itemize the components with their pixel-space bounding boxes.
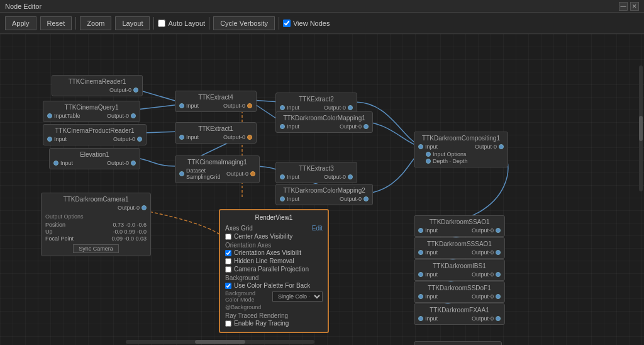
node-darkroom-ssao[interactable]: TTKDarkroomSSAO1 Input Output-0 (414, 215, 505, 237)
input-port[interactable]: Input (280, 105, 299, 111)
port-dot (426, 152, 431, 157)
input-port[interactable]: InputTable (47, 113, 80, 119)
enable-ray-tracing-checkbox[interactable] (225, 320, 231, 327)
node-ttkcinema-reader[interactable]: TTKCinemaReader1 Output-0 (52, 75, 143, 96)
output-port[interactable]: Output-0 (109, 87, 138, 93)
output-port[interactable]: Output-0 (107, 113, 136, 119)
node-elevation[interactable]: Elevation1 Input Output-0 (49, 148, 140, 169)
center-axes-label: Center Axes Visibility (234, 233, 292, 240)
minimize-button[interactable]: — (619, 2, 628, 11)
port-dot (247, 103, 252, 108)
auto-layout-check[interactable]: Auto Layout (158, 20, 205, 27)
hidden-line-checkbox[interactable] (225, 258, 231, 264)
node-darkroom-compositing[interactable]: TTKDarkroomCompositing1 Input Output-0 I… (414, 132, 508, 167)
node-ports: Output-0 (56, 87, 138, 93)
output-port[interactable]: Output-0 (324, 105, 353, 111)
hidden-line-label: Hidden Line Removal (234, 257, 294, 264)
node-canvas[interactable]: TTKCinemaReader1 Output-0 TTKCinemaQuery… (0, 34, 644, 345)
close-button[interactable]: ✕ (630, 2, 639, 11)
node-darkroom-camera[interactable]: TTKDarkroomCamera1 Output-0 Output Optio… (41, 193, 151, 256)
vertical-scrollbar-thumb[interactable] (639, 116, 643, 141)
node-title: TTKDarkroomSSDoF1 (418, 285, 501, 291)
node-ttkcinema-imaging[interactable]: TTKCinemaImaging1 Dataset SamplingGrid O… (175, 156, 260, 183)
apply-button[interactable]: Apply (5, 16, 36, 30)
port-dot (131, 161, 136, 166)
node-ttkextract3[interactable]: TTKExtract3 Input Output-0 (275, 162, 357, 183)
window-title: Node Editor (5, 3, 42, 10)
hidden-line-row: Hidden Line Removal (225, 257, 323, 264)
orientation-axes-vis-checkbox[interactable] (225, 250, 231, 256)
horizontal-scrollbar-thumb[interactable] (195, 340, 245, 344)
output-port[interactable]: Output-0 (475, 144, 504, 150)
input-port[interactable]: Input (418, 144, 438, 150)
auto-layout-checkbox[interactable] (158, 20, 165, 27)
node-darkroom-ibs[interactable]: TTKDarkroomIBS1 Input Output-0 (414, 259, 505, 281)
vertical-scrollbar[interactable] (639, 65, 643, 191)
output-port[interactable]: Output-0 (324, 174, 353, 180)
node-ttkextract4[interactable]: TTKExtract4 Input Output-0 (175, 91, 257, 112)
node-ttkcinema-query[interactable]: TTKCinemaQuery1 InputTable Output-0 (43, 101, 140, 122)
output-port[interactable]: Output-0 (223, 134, 252, 140)
reset-button[interactable]: Reset (40, 16, 72, 30)
input-port[interactable]: Input (280, 196, 299, 202)
node-ttkproduct-reader[interactable]: TTKCinemaProductReader1 Input Output-0 (43, 124, 147, 145)
input-options-port[interactable]: Input Options (426, 151, 504, 157)
input-port[interactable]: Input (47, 136, 67, 142)
input-port[interactable]: Input (418, 271, 438, 278)
node-title: TTKExtract4 (179, 94, 252, 101)
port-dot (179, 171, 184, 176)
input-port[interactable]: Input (418, 315, 438, 322)
node-darkroom-fxaa[interactable]: TTKDarkroomFXAA1 Input Output-0 (414, 303, 505, 325)
zoom-button[interactable]: Zoom (80, 16, 111, 30)
node-ttkextract5[interactable]: TTKExtract5 Input Output-0 (414, 341, 502, 345)
output-port[interactable]: Output-0 (472, 227, 501, 234)
output-port[interactable]: Output-0 (472, 271, 501, 278)
input-port[interactable]: Input (418, 293, 438, 300)
node-darkroom-cm1[interactable]: TTKDarkroomColorMapping1 Input Output-0 (275, 111, 373, 133)
input-port[interactable]: Dataset SamplingGrid (179, 167, 221, 180)
input-port[interactable]: Input (179, 134, 199, 140)
camera-parallel-checkbox[interactable] (225, 266, 231, 273)
view-nodes-check[interactable]: View Nodes (283, 20, 330, 27)
center-axes-checkbox[interactable] (225, 234, 231, 240)
output-port[interactable]: Output-0 (118, 205, 147, 211)
edit-label[interactable]: Edit (312, 225, 323, 232)
output-port[interactable]: Output-0 (223, 103, 252, 109)
node-ttkextract1[interactable]: TTKExtract1 Input Output-0 (175, 122, 257, 144)
output-port[interactable]: Output-0 (340, 196, 369, 202)
input-port[interactable]: Input (280, 174, 299, 180)
input-port[interactable]: Input (418, 227, 438, 234)
node-ports: Input Output-0 (47, 136, 142, 142)
output-port[interactable]: Output-0 (340, 123, 369, 130)
node-ports: Input Output-0 (418, 227, 501, 234)
node-darkroom-dof[interactable]: TTKDarkroomSSDoF1 Input Output-0 (414, 281, 505, 303)
view-nodes-checkbox[interactable] (283, 20, 291, 27)
input-port[interactable]: Input (280, 123, 299, 130)
output-port[interactable]: Output-0 (113, 136, 142, 142)
input-port[interactable]: Input (53, 160, 73, 166)
horizontal-scrollbar[interactable] (126, 340, 314, 344)
node-darkroom-cm2[interactable]: TTKDarkroomColorMapping2 Input Output-0 (275, 184, 373, 205)
output-port[interactable]: Output-0 (472, 293, 501, 300)
cycle-verbosity-button[interactable]: Cycle Verbosity (213, 16, 275, 30)
node-renderview1[interactable]: RenderView1 Axes Grid Edit Center Axes V… (219, 209, 329, 333)
node-title: Elevation1 (53, 151, 136, 158)
input-port[interactable]: Input (179, 103, 199, 109)
layout-button[interactable]: Layout (115, 16, 150, 30)
node-ttkextract2[interactable]: TTKExtract2 Input Output-0 (275, 93, 357, 114)
use-color-palette-checkbox[interactable] (225, 283, 231, 289)
port-dot (496, 294, 501, 299)
position-label: Position (45, 222, 65, 228)
output-port[interactable]: Output-0 (472, 315, 501, 322)
input-port[interactable]: Input (418, 249, 438, 256)
node-ports: Input Output-0 (179, 134, 252, 140)
node-darkroom-sssao[interactable]: TTKDarkroomSSSAO1 Input Output-0 (414, 237, 505, 259)
output-port[interactable]: Output-0 (472, 249, 501, 256)
sync-camera-button[interactable]: Sync Camera (73, 244, 119, 253)
node-ports: Input Output-0 (418, 293, 501, 300)
ray-traced-section: Ray Traced Rendering (225, 312, 323, 319)
depth-port[interactable]: Depth · Depth (426, 158, 504, 164)
output-port[interactable]: Output-0 (226, 171, 255, 177)
output-port[interactable]: Output-0 (107, 160, 136, 166)
bg-color-mode-select[interactable]: Single Colo · (272, 291, 323, 302)
